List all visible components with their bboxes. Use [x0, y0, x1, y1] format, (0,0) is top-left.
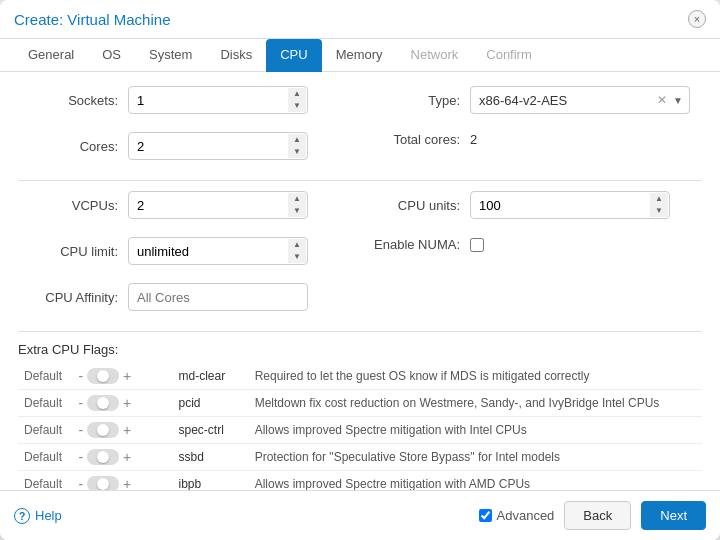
type-label: Type:: [360, 93, 460, 108]
tab-general[interactable]: General: [14, 39, 88, 72]
flag-description: Allows improved Spectre mitigation with …: [249, 471, 702, 491]
cpu-limit-down[interactable]: ▼: [288, 251, 306, 263]
cores-spinner: ▲ ▼: [288, 134, 306, 158]
sockets-up[interactable]: ▲: [288, 88, 306, 100]
cpu-units-input[interactable]: [470, 191, 670, 219]
flag-toggle-cell[interactable]: - +: [72, 444, 172, 471]
mid-right-col: CPU units: ▲ ▼ Enable NUMA:: [360, 191, 702, 321]
toggle-switch[interactable]: [87, 476, 119, 490]
cpu-affinity-label: CPU Affinity:: [18, 290, 118, 305]
vcpus-row: VCPUs: ▲ ▼: [18, 191, 360, 219]
type-select[interactable]: x86-64-v2-AES ✕ ▼: [470, 86, 690, 114]
cores-row: Cores: ▲ ▼: [18, 132, 360, 160]
type-clear-icon[interactable]: ✕: [653, 93, 671, 107]
tab-memory[interactable]: Memory: [322, 39, 397, 72]
table-row: Default - + ibpb Allows improved Spectre…: [18, 471, 702, 491]
vcpus-input-wrap: ▲ ▼: [128, 191, 308, 219]
toggle-plus-icon[interactable]: +: [123, 476, 131, 490]
content-area: Sockets: ▲ ▼ Cores: ▲: [0, 72, 720, 490]
toggle-plus-icon[interactable]: +: [123, 422, 131, 438]
cpu-limit-spinner: ▲ ▼: [288, 239, 306, 263]
advanced-checkbox[interactable]: [479, 509, 492, 522]
flag-toggle-cell[interactable]: - +: [72, 471, 172, 491]
toggle-switch[interactable]: [87, 422, 119, 438]
tab-network: Network: [397, 39, 473, 72]
type-arrow-icon[interactable]: ▼: [671, 95, 689, 106]
toggle-minus-icon[interactable]: -: [78, 449, 83, 465]
toggle-switch[interactable]: [87, 449, 119, 465]
help-button[interactable]: ? Help: [14, 508, 62, 524]
cpu-units-up[interactable]: ▲: [650, 193, 668, 205]
total-cores-value: 2: [470, 132, 477, 147]
separator-1: [18, 180, 702, 181]
flag-default: Default: [18, 390, 72, 417]
vcpus-label: VCPUs:: [18, 198, 118, 213]
flag-description: Allows improved Spectre mitigation with …: [249, 417, 702, 444]
title-bar: Create: Virtual Machine ×: [0, 0, 720, 39]
cpu-limit-up[interactable]: ▲: [288, 239, 306, 251]
toggle-switch[interactable]: [87, 368, 119, 384]
cpu-units-wrap: ▲ ▼: [470, 191, 670, 219]
flag-name: md-clear: [173, 363, 249, 390]
vcpus-up[interactable]: ▲: [288, 193, 306, 205]
sockets-spinner: ▲ ▼: [288, 88, 306, 112]
cpu-limit-wrap: ▲ ▼: [128, 237, 308, 265]
flag-default: Default: [18, 444, 72, 471]
next-button[interactable]: Next: [641, 501, 706, 530]
sockets-down[interactable]: ▼: [288, 100, 306, 112]
cores-input-wrap: ▲ ▼: [128, 132, 308, 160]
table-row: Default - + md-clear Required to let the…: [18, 363, 702, 390]
numa-label: Enable NUMA:: [360, 237, 460, 252]
back-button[interactable]: Back: [564, 501, 631, 530]
tab-disks[interactable]: Disks: [206, 39, 266, 72]
help-label: Help: [35, 508, 62, 523]
sockets-label: Sockets:: [18, 93, 118, 108]
flag-toggle-cell[interactable]: - +: [72, 390, 172, 417]
cores-down[interactable]: ▼: [288, 146, 306, 158]
toggle-minus-icon[interactable]: -: [78, 476, 83, 490]
cores-up[interactable]: ▲: [288, 134, 306, 146]
cores-input[interactable]: [128, 132, 308, 160]
cpu-units-down[interactable]: ▼: [650, 205, 668, 217]
type-value: x86-64-v2-AES: [471, 93, 653, 108]
cpu-units-spinner: ▲ ▼: [650, 193, 668, 217]
toggle-plus-icon[interactable]: +: [123, 395, 131, 411]
table-row: Default - + pcid Meltdown fix cost reduc…: [18, 390, 702, 417]
toggle-switch[interactable]: [87, 395, 119, 411]
cpu-units-label: CPU units:: [360, 198, 460, 213]
tab-bar: General OS System Disks CPU Memory Netwo…: [0, 39, 720, 72]
total-cores-row: Total cores: 2: [360, 132, 702, 147]
table-row: Default - + spec-ctrl Allows improved Sp…: [18, 417, 702, 444]
flag-description: Protection for "Speculative Store Bypass…: [249, 444, 702, 471]
toggle-minus-icon[interactable]: -: [78, 368, 83, 384]
toggle-plus-icon[interactable]: +: [123, 368, 131, 384]
tab-cpu[interactable]: CPU: [266, 39, 321, 72]
toggle-plus-icon[interactable]: +: [123, 449, 131, 465]
tab-os[interactable]: OS: [88, 39, 135, 72]
left-col: Sockets: ▲ ▼ Cores: ▲: [18, 86, 360, 170]
sockets-row: Sockets: ▲ ▼: [18, 86, 360, 114]
extra-flags-label: Extra CPU Flags:: [18, 342, 702, 357]
toggle-minus-icon[interactable]: -: [78, 422, 83, 438]
flag-toggle-cell[interactable]: - +: [72, 363, 172, 390]
mid-form-section: VCPUs: ▲ ▼ CPU limit: ▲: [18, 191, 702, 321]
flags-scroll-area[interactable]: Default - + md-clear Required to let the…: [18, 363, 702, 490]
top-form-section: Sockets: ▲ ▼ Cores: ▲: [18, 86, 702, 170]
advanced-check-label[interactable]: Advanced: [479, 508, 555, 523]
numa-checkbox[interactable]: [470, 238, 484, 252]
help-icon: ?: [14, 508, 30, 524]
flag-toggle-cell[interactable]: - +: [72, 417, 172, 444]
cpu-affinity-input[interactable]: [128, 283, 308, 311]
sockets-input-wrap: ▲ ▼: [128, 86, 308, 114]
separator-2: [18, 331, 702, 332]
flag-description: Required to let the guest OS know if MDS…: [249, 363, 702, 390]
vcpus-spinner: ▲ ▼: [288, 193, 306, 217]
tab-system[interactable]: System: [135, 39, 206, 72]
vcpus-input[interactable]: [128, 191, 308, 219]
sockets-input[interactable]: [128, 86, 308, 114]
toggle-minus-icon[interactable]: -: [78, 395, 83, 411]
flag-name: spec-ctrl: [173, 417, 249, 444]
vcpus-down[interactable]: ▼: [288, 205, 306, 217]
cpu-limit-input[interactable]: [128, 237, 308, 265]
close-button[interactable]: ×: [688, 10, 706, 28]
